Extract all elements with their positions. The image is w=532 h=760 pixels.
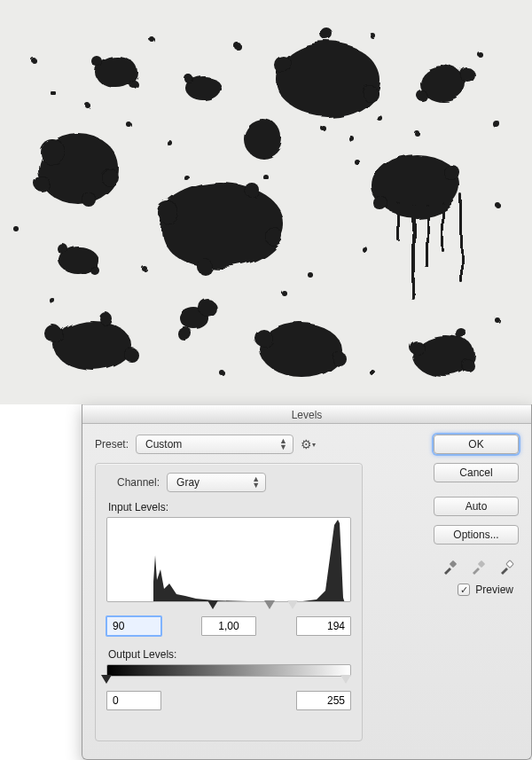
- svg-point-46: [408, 339, 422, 353]
- output-white-handle[interactable]: [340, 675, 351, 684]
- svg-point-10: [246, 184, 260, 198]
- auto-button[interactable]: Auto: [434, 497, 519, 516]
- svg-point-6: [158, 184, 286, 269]
- svg-point-54: [493, 121, 500, 128]
- input-levels-label: Input Levels:: [108, 501, 351, 513]
- output-white-field[interactable]: [296, 691, 351, 710]
- svg-point-25: [461, 68, 475, 82]
- svg-point-49: [33, 59, 38, 65]
- svg-point-72: [379, 117, 384, 122]
- svg-point-50: [150, 37, 155, 43]
- channel-label: Channel:: [117, 476, 160, 489]
- output-levels-label: Output Levels:: [108, 648, 351, 661]
- svg-point-48: [454, 326, 465, 337]
- input-slider[interactable]: [106, 602, 351, 611]
- svg-rect-22: [461, 195, 464, 284]
- svg-point-5: [35, 176, 51, 192]
- svg-point-14: [322, 29, 334, 42]
- svg-point-40: [200, 300, 217, 317]
- output-black-field[interactable]: [106, 691, 161, 710]
- svg-point-74: [281, 290, 286, 295]
- preset-label: Preset:: [95, 438, 129, 451]
- svg-point-13: [361, 84, 377, 100]
- preset-value: Custom: [145, 438, 182, 451]
- levels-dialog: Levels Preset: Custom ▲▼ ⚙︎▾ Channel: Gr…: [82, 404, 532, 760]
- svg-point-55: [15, 228, 20, 233]
- channel-select[interactable]: Gray ▲▼: [167, 473, 266, 492]
- gear-icon[interactable]: ⚙︎▾: [301, 437, 316, 451]
- svg-point-35: [54, 321, 132, 371]
- svg-point-3: [101, 168, 119, 186]
- ok-button[interactable]: OK: [434, 435, 519, 454]
- eyedropper-gray-icon[interactable]: [471, 559, 487, 575]
- black-point-handle[interactable]: [207, 600, 218, 609]
- dialog-title: Levels: [82, 404, 531, 424]
- options-button[interactable]: Options...: [434, 525, 519, 545]
- svg-point-26: [417, 90, 427, 101]
- svg-point-52: [370, 33, 375, 38]
- levels-panel: Channel: Gray ▲▼ Input Levels:: [95, 463, 363, 741]
- svg-point-23: [242, 118, 281, 157]
- preview-checkbox[interactable]: ✓: [458, 584, 470, 596]
- svg-point-70: [321, 126, 326, 131]
- svg-point-33: [59, 245, 69, 255]
- svg-rect-21: [397, 202, 400, 241]
- svg-point-64: [370, 370, 375, 375]
- channel-value: Gray: [176, 476, 200, 489]
- svg-point-58: [361, 246, 366, 251]
- output-gradient: [106, 664, 351, 677]
- svg-point-66: [494, 201, 499, 207]
- svg-rect-20: [442, 202, 444, 252]
- svg-point-61: [263, 175, 269, 180]
- histogram: [106, 517, 351, 602]
- svg-point-7: [158, 202, 179, 223]
- svg-point-71: [348, 135, 353, 140]
- svg-point-36: [46, 326, 64, 344]
- svg-point-57: [308, 272, 313, 278]
- svg-point-37: [124, 348, 138, 362]
- svg-rect-18: [411, 204, 415, 300]
- chevron-updown-icon: ▲▼: [252, 476, 260, 489]
- svg-point-65: [494, 317, 499, 322]
- input-white-field[interactable]: [296, 616, 351, 636]
- midtone-handle[interactable]: [264, 600, 275, 609]
- output-slider[interactable]: [106, 677, 351, 686]
- svg-point-63: [219, 370, 224, 375]
- svg-point-44: [332, 351, 346, 365]
- svg-point-29: [129, 79, 137, 88]
- preview-label: Preview: [475, 584, 513, 596]
- svg-point-60: [166, 139, 171, 145]
- cancel-button[interactable]: Cancel: [434, 463, 519, 482]
- svg-point-16: [444, 165, 460, 181]
- svg-point-68: [86, 104, 91, 109]
- svg-rect-76: [450, 560, 457, 568]
- svg-point-69: [51, 90, 56, 96]
- svg-point-12: [275, 57, 293, 74]
- svg-point-28: [90, 55, 101, 66]
- svg-point-41: [179, 328, 193, 342]
- svg-point-43: [255, 330, 273, 348]
- svg-point-67: [126, 121, 131, 127]
- canvas-image: [0, 0, 532, 404]
- svg-point-75: [184, 175, 189, 180]
- svg-point-4: [82, 192, 96, 207]
- svg-point-2: [39, 138, 64, 163]
- svg-point-47: [462, 359, 474, 372]
- svg-point-11: [277, 43, 379, 117]
- preset-select[interactable]: Custom ▲▼: [136, 435, 293, 454]
- svg-point-34: [91, 267, 100, 276]
- input-black-field[interactable]: [106, 616, 161, 636]
- svg-point-17: [376, 199, 390, 213]
- svg-point-9: [196, 258, 212, 274]
- output-black-handle[interactable]: [101, 675, 112, 684]
- svg-point-59: [352, 157, 357, 162]
- input-gamma-field[interactable]: [201, 616, 256, 636]
- svg-point-62: [51, 299, 56, 304]
- chevron-updown-icon: ▲▼: [279, 438, 287, 451]
- eyedropper-black-icon[interactable]: [442, 559, 458, 575]
- svg-point-56: [139, 263, 145, 269]
- white-point-handle[interactable]: [287, 600, 298, 609]
- svg-rect-19: [426, 204, 428, 268]
- eyedropper-white-icon[interactable]: [499, 559, 515, 575]
- svg-rect-78: [506, 560, 513, 568]
